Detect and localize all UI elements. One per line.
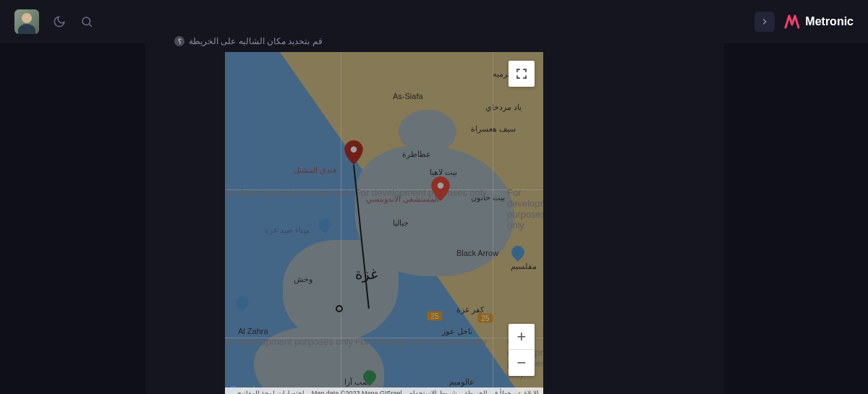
fullscreen-button[interactable] <box>509 61 535 87</box>
map-label: ياد مردخاي <box>485 103 522 112</box>
map-label: As-Siafa <box>393 92 423 100</box>
map-footer-mapdata[interactable]: Map data ©2023 Mapa GISrael <box>312 390 402 394</box>
brand[interactable]: Metronic <box>783 13 854 30</box>
zoom-in-button[interactable]: + <box>509 324 535 350</box>
map-marker-icon[interactable] <box>431 176 450 204</box>
map-canvas[interactable]: As-Siafa كرميه ياد مردخاي سيف هعسراة عطا… <box>225 52 543 394</box>
map-gridline-v <box>493 52 493 394</box>
road-badge: 25 <box>477 314 493 323</box>
map-footer-terms[interactable]: شروط الاستخدام <box>409 390 457 394</box>
theme-toggle-icon[interactable] <box>52 14 67 29</box>
map-footer-report[interactable]: الإبلاغ عن خطأ في الخريطة <box>464 390 539 394</box>
map-marker-icon[interactable] <box>344 140 363 168</box>
map-label: فندق المشتل <box>294 166 336 175</box>
search-icon[interactable] <box>80 14 94 29</box>
map-label: ميناء صيد غزة <box>265 226 310 235</box>
brand-logo-icon <box>783 13 801 30</box>
map-watermark: For development purposes only <box>355 187 487 198</box>
helper-row: قم بتحديد مكان الشاليه على الخريطة ؟ <box>174 36 695 52</box>
zoom-controls: + − <box>509 324 535 376</box>
topbar-right: Metronic <box>754 12 854 32</box>
map-watermark: For development purposes only <box>225 187 353 198</box>
map-watermark: For development purposes only <box>507 187 543 231</box>
map-footer: اختصارات لوحة المفاتيح Map data ©2023 Ma… <box>225 387 543 394</box>
topbar-left <box>14 9 94 34</box>
map-card: قم بتحديد مكان الشاليه على الخريطة ؟ As-… <box>174 29 695 394</box>
map-urban-area <box>399 110 456 153</box>
svg-point-3 <box>438 183 444 189</box>
zoom-out-button[interactable]: − <box>509 350 535 376</box>
content-panel: قم بتحديد مكان الشاليه على الخريطة ؟ As-… <box>145 0 724 394</box>
svg-point-0 <box>82 17 90 25</box>
svg-line-1 <box>89 24 91 26</box>
avatar[interactable] <box>14 9 39 34</box>
road-badge: 25 <box>427 312 442 321</box>
svg-point-2 <box>351 147 357 153</box>
map-label: عطاطرة <box>402 150 431 159</box>
sidebar-toggle-button[interactable] <box>754 12 775 32</box>
info-icon[interactable]: ؟ <box>174 36 184 46</box>
map-label: مفلسيم <box>511 262 537 271</box>
map-watermark: For development purposes only <box>355 336 487 347</box>
map-label: Al Zahra <box>238 327 268 335</box>
brand-name: Metronic <box>805 15 854 28</box>
map-label: جباليا <box>393 218 409 228</box>
map-footer-shortcuts[interactable]: اختصارات لوحة المفاتيح <box>237 390 305 394</box>
helper-text: قم بتحديد مكان الشاليه على الخريطة <box>189 36 323 46</box>
map-label: سيف هعسراة <box>471 124 516 134</box>
map-label: ناحل عوز <box>442 327 472 336</box>
map-label: وحش <box>294 275 312 284</box>
map-watermark: For development purposes only <box>225 336 353 347</box>
map-label: عالوميم <box>449 377 475 387</box>
map-route-endpoint <box>336 305 343 312</box>
